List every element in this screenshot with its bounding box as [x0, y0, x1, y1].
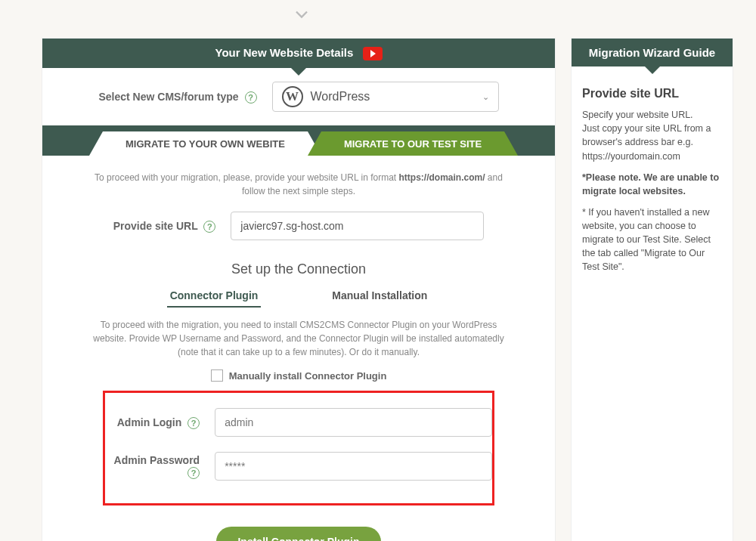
admin-login-input[interactable]	[215, 408, 492, 437]
password-label: Admin Password ?	[105, 454, 200, 479]
subtab-manual[interactable]: Manual Installation	[329, 285, 430, 308]
guide-panel: Migration Wizard Guide Provide site URL …	[571, 38, 733, 541]
cms-selected-value: WordPress	[311, 90, 370, 104]
migration-tabs: MIGRATE TO YOUR OWN WEBITE MIGRATE TO OU…	[42, 125, 555, 156]
manual-install-label: Manually install Connector Plugin	[229, 370, 387, 382]
chevron-down-icon: ⌄	[482, 92, 489, 102]
help-icon[interactable]: ?	[187, 467, 200, 479]
collapse-chevron-icon[interactable]	[291, 4, 312, 25]
help-icon[interactable]: ?	[187, 417, 200, 429]
admin-password-input[interactable]	[215, 452, 492, 481]
guide-pointer	[645, 66, 660, 74]
connection-title: Set up the Connection	[42, 261, 555, 277]
tab-own-website[interactable]: MIGRATE TO YOUR OWN WEBITE	[103, 131, 308, 156]
install-plugin-button[interactable]: Install Connector Plugin	[216, 527, 380, 541]
connection-text: To proceed with the migration, you need …	[42, 318, 555, 365]
subtab-plugin[interactable]: Connector Plugin	[167, 285, 262, 308]
site-url-input[interactable]	[231, 212, 484, 240]
help-icon[interactable]: ?	[203, 221, 215, 233]
guide-header: Migration Wizard Guide	[572, 39, 733, 66]
cms-select[interactable]: W WordPress ⌄	[272, 82, 499, 112]
login-label: Admin Login ?	[105, 416, 200, 429]
tab-test-site[interactable]: MIGRATE TO OUR TEST SITE	[321, 131, 504, 156]
youtube-icon[interactable]	[363, 47, 383, 60]
wordpress-icon: W	[282, 86, 303, 107]
main-panel: Your New Website Details Select New CMS/…	[42, 38, 556, 541]
guide-p1: Specify your website URL. Just copy your…	[582, 108, 722, 163]
url-label: Provide site URL ?	[113, 220, 216, 233]
guide-heading: Provide site URL	[582, 85, 722, 102]
panel-title: Your New Website Details	[215, 46, 354, 59]
manual-install-checkbox[interactable]	[211, 369, 223, 382]
connection-subtabs: Connector Plugin Manual Installation	[42, 285, 555, 308]
panel-header: Your New Website Details	[42, 39, 555, 68]
guide-p3: * If you haven't installed a new website…	[582, 206, 722, 274]
credentials-highlight: Admin Login ? Admin Password ?	[103, 391, 494, 505]
cms-label: Select New CMS/forum type ?	[98, 91, 256, 104]
help-icon[interactable]: ?	[245, 91, 257, 104]
instruction-text: To proceed with your migration, please, …	[42, 156, 555, 204]
guide-p2: *Please note. We are unable to migrate l…	[582, 171, 722, 198]
header-pointer	[291, 68, 306, 76]
